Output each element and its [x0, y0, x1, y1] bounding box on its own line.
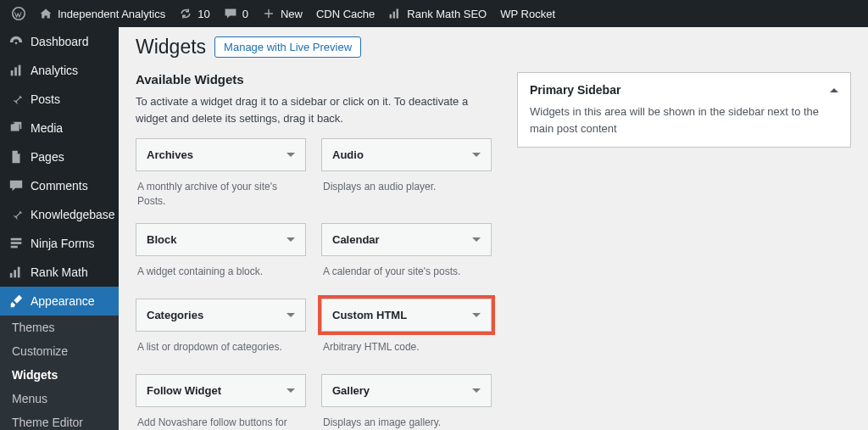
admin-bar: Independent Analytics 10 0 New CDN Cache…	[0, 0, 868, 27]
refresh-icon	[179, 7, 192, 20]
sub-item-theme-editor[interactable]: Theme Editor	[0, 410, 119, 430]
widget-custom-html[interactable]: Custom HTML	[321, 299, 492, 332]
updates-count: 10	[198, 8, 209, 20]
caret-up-icon	[830, 88, 838, 92]
sidebar-item-label: Rank Math	[31, 265, 88, 279]
primary-sidebar-area[interactable]: Primary Sidebar Widgets in this area wil…	[517, 72, 851, 148]
page-icon	[8, 149, 24, 165]
caret-down-icon	[287, 388, 295, 393]
comments-link[interactable]: 0	[217, 0, 255, 27]
sidebar-item-label: Appearance	[31, 294, 95, 308]
sub-item-themes[interactable]: Themes	[0, 316, 119, 339]
widget-label: Gallery	[332, 384, 370, 397]
svg-rect-13	[14, 270, 16, 277]
comments-count: 0	[242, 8, 248, 20]
widget-desc: A list or dropdown of categories.	[136, 335, 306, 371]
svg-rect-12	[10, 273, 13, 277]
widget-grid: Archives Audio A monthly archive of your…	[136, 138, 492, 430]
wp-rocket-link[interactable]: WP Rocket	[493, 0, 562, 27]
widget-desc: A widget containing a block.	[136, 260, 306, 295]
widget-label: Categories	[147, 309, 203, 321]
sub-item-menus[interactable]: Menus	[0, 387, 119, 410]
page-content: Widgets Manage with Live Preview Availab…	[119, 27, 868, 430]
page-header: Widgets Manage with Live Preview	[136, 36, 851, 59]
sidebar-area-title: Primary Sidebar	[530, 83, 620, 97]
sidebar-item-label: Dashboard	[31, 35, 89, 48]
sidebar-item-media[interactable]: Media	[0, 114, 119, 142]
svg-point-0	[13, 8, 25, 20]
sidebar-item-dashboard[interactable]: Dashboard	[0, 27, 119, 56]
caret-down-icon	[472, 388, 481, 393]
admin-sidebar: Dashboard Analytics Posts Media Pages Co…	[0, 27, 119, 430]
widget-desc: Add Novashare follow buttons for your so…	[136, 410, 306, 430]
new-label: New	[281, 8, 303, 20]
rank-math-seo-link[interactable]: Rank Math SEO	[381, 0, 493, 27]
rankmath-icon	[8, 265, 24, 280]
pin-icon	[8, 92, 24, 107]
widget-gallery[interactable]: Gallery	[321, 374, 492, 407]
sidebar-item-knowledgebase[interactable]: Knowledgebase	[0, 200, 119, 229]
sidebar-item-comments[interactable]: Comments	[0, 171, 119, 200]
available-widgets-title: Available Widgets	[136, 72, 492, 87]
dashboard-icon	[8, 34, 24, 49]
live-preview-button[interactable]: Manage with Live Preview	[214, 36, 361, 58]
available-widgets-desc: To activate a widget drag it to a sideba…	[136, 93, 492, 126]
cdn-cache-link[interactable]: CDN Cache	[309, 0, 381, 27]
svg-rect-5	[11, 70, 14, 75]
comment-icon	[224, 7, 237, 20]
widget-desc: A calendar of your site's posts.	[321, 260, 492, 295]
rankmath-icon	[388, 7, 402, 20]
sidebar-item-label: Knowledgebase	[31, 208, 115, 221]
sidebar-item-label: Ninja Forms	[31, 237, 94, 250]
sidebar-item-rank-math[interactable]: Rank Math	[0, 258, 119, 287]
widget-desc: Arbitrary HTML code.	[321, 335, 492, 371]
sidebar-item-posts[interactable]: Posts	[0, 85, 119, 114]
widget-label: Calendar	[332, 233, 380, 246]
svg-rect-7	[19, 65, 21, 76]
sidebar-area-desc: Widgets in this area will be shown in th…	[530, 103, 838, 137]
widget-label: Custom HTML	[332, 309, 407, 321]
new-link[interactable]: New	[255, 0, 309, 27]
plus-icon	[262, 7, 275, 20]
svg-rect-9	[11, 238, 22, 241]
site-name-link[interactable]: Independent Analytics	[32, 0, 172, 27]
sidebar-item-label: Analytics	[31, 64, 78, 77]
rank-math-label: Rank Math SEO	[407, 8, 487, 20]
home-icon	[39, 7, 53, 20]
widget-label: Follow Widget	[147, 384, 221, 397]
sub-item-customize[interactable]: Customize	[0, 339, 119, 363]
svg-rect-3	[397, 8, 398, 18]
svg-rect-14	[18, 267, 20, 278]
wordpress-icon	[12, 7, 25, 20]
pin-icon	[8, 207, 24, 222]
forms-icon	[8, 236, 24, 251]
caret-down-icon	[287, 153, 295, 157]
caret-down-icon	[472, 237, 481, 242]
updates-link[interactable]: 10	[172, 0, 216, 27]
widget-block[interactable]: Block	[136, 223, 306, 256]
sidebar-areas-column: Primary Sidebar Widgets in this area wil…	[517, 72, 851, 148]
site-name-label: Independent Analytics	[58, 8, 165, 20]
widget-audio[interactable]: Audio	[321, 138, 492, 171]
comment-icon	[8, 178, 24, 193]
svg-rect-10	[11, 242, 22, 244]
available-widgets-column: Available Widgets To activate a widget d…	[136, 72, 492, 430]
widget-desc: A monthly archive of your site's Posts.	[136, 175, 306, 220]
svg-rect-6	[14, 67, 17, 75]
widget-categories[interactable]: Categories	[136, 299, 306, 332]
chart-icon	[8, 63, 24, 78]
sub-item-widgets[interactable]: Widgets	[0, 363, 119, 387]
caret-down-icon	[287, 313, 295, 317]
sidebar-item-appearance[interactable]: Appearance	[0, 287, 119, 316]
sidebar-item-ninja-forms[interactable]: Ninja Forms	[0, 229, 119, 258]
svg-rect-2	[393, 12, 395, 19]
brush-icon	[8, 293, 24, 309]
sidebar-item-analytics[interactable]: Analytics	[0, 56, 119, 85]
cdn-cache-label: CDN Cache	[316, 8, 375, 20]
widget-archives[interactable]: Archives	[136, 138, 306, 171]
widget-calendar[interactable]: Calendar	[321, 223, 492, 256]
caret-down-icon	[287, 237, 295, 242]
wp-logo[interactable]	[5, 0, 32, 27]
widget-follow[interactable]: Follow Widget	[136, 374, 306, 407]
sidebar-item-pages[interactable]: Pages	[0, 142, 119, 171]
